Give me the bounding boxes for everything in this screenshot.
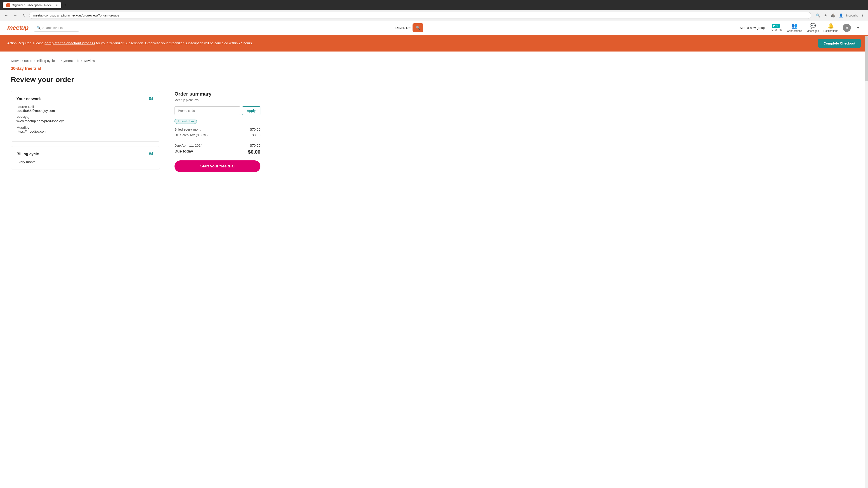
search-placeholder: Search events — [42, 26, 63, 30]
main-content: Network setup › Billing cycle › Payment … — [0, 52, 271, 181]
billing-section-header: Billing cycle Edit — [17, 152, 154, 156]
scroll-thumb[interactable] — [865, 36, 868, 81]
network-group-url: www.meetup.com/pro/Moodjoy/ — [17, 119, 154, 123]
plan-label: Meetup plan: Pro — [175, 98, 260, 102]
billing-section-title: Billing cycle — [17, 152, 39, 156]
pro-badge: PRO — [772, 24, 780, 28]
pro-label: Try for free — [769, 28, 782, 31]
connections-label: Connections — [787, 29, 802, 33]
apply-button[interactable]: Apply — [242, 106, 260, 115]
nav-icons: 🔍 ★ 🪨 👤 Incognito ⋮ — [815, 12, 865, 19]
free-badge: 1 month free — [175, 119, 197, 124]
network-section-header: Your network Edit — [17, 97, 154, 101]
order-summary: Order summary Meetup plan: Pro Apply 1 m… — [175, 91, 260, 172]
breadcrumb-sep-2: › — [57, 59, 58, 62]
promo-code-input[interactable] — [175, 106, 240, 115]
network-info-site: Moodjoy https://moodjoy.com — [17, 126, 154, 133]
search-bar[interactable]: 🔍 Search events — [34, 24, 79, 32]
network-name: Lauren Deli — [17, 105, 154, 109]
promo-row: Apply — [175, 106, 260, 115]
site-logo[interactable]: meetup — [7, 24, 29, 31]
due-date-row: Due April 11, 2024 $70.00 — [175, 143, 260, 147]
network-email: dde4be88@moodjoy.com — [17, 109, 154, 112]
left-column: Your network Edit Lauren Deli dde4be88@m… — [11, 91, 160, 174]
browser-tabs: Organizer Subscription - Revie... × + — [3, 2, 68, 8]
bookmark-button[interactable]: ★ — [823, 12, 828, 19]
messages-label: Messages — [807, 29, 819, 33]
messages-button[interactable]: 💬 Messages — [807, 23, 819, 33]
location-search-button[interactable]: 🔍 — [412, 23, 423, 32]
url-bar[interactable]: meetup.com/subscription/checkout/pro/rev… — [29, 12, 811, 19]
notifications-label: Notifications — [824, 29, 838, 33]
banner-text: Action Required: Please complete the che… — [7, 41, 253, 46]
connections-icon: 👥 — [792, 23, 798, 29]
site-header: meetup 🔍 Search events Dover, DE 🔍 Start… — [0, 21, 868, 35]
action-banner: Action Required: Please complete the che… — [0, 35, 868, 52]
refresh-button[interactable]: ↻ — [21, 12, 27, 19]
breadcrumb-sep-3: › — [81, 59, 82, 62]
network-info-name: Lauren Deli dde4be88@moodjoy.com — [17, 105, 154, 112]
banner-text-before: Action Required: Please — [7, 41, 44, 45]
network-site-name: Moodjoy — [17, 126, 154, 129]
trial-badge: 30-day free trial — [11, 66, 260, 71]
browser-nav: ← → ↻ meetup.com/subscription/checkout/p… — [0, 10, 868, 21]
page-title: Review your order — [11, 75, 260, 84]
breadcrumb-billing-cycle[interactable]: Billing cycle — [37, 59, 55, 63]
summary-title: Order summary — [175, 91, 260, 97]
back-button[interactable]: ← — [3, 12, 10, 18]
breadcrumb-sep-1: › — [34, 59, 35, 62]
tab-close-button[interactable]: × — [56, 4, 58, 7]
due-today-amount: $0.00 — [248, 149, 260, 155]
header-actions: Start a new group PRO Try for free 👥 Con… — [740, 23, 861, 33]
search-icon: 🔍 — [37, 26, 41, 30]
billing-edit-link[interactable]: Edit — [149, 152, 154, 156]
url-text: meetup.com/subscription/checkout/pro/rev… — [33, 13, 807, 17]
menu-button[interactable]: ⋮ — [860, 12, 865, 19]
avatar[interactable]: M — [843, 24, 851, 32]
due-today-row: Due today $0.00 — [175, 149, 260, 155]
pro-try-free[interactable]: PRO Try for free — [769, 24, 782, 31]
network-section: Your network Edit Lauren Deli dde4be88@m… — [11, 91, 160, 142]
new-group-link[interactable]: Start a new group — [740, 26, 765, 30]
active-tab[interactable]: Organizer Subscription - Revie... × — [3, 2, 61, 8]
tax-row: DE Sales Tax (0.00%) $0.00 — [175, 133, 260, 137]
due-today-label: Due today — [175, 149, 193, 155]
scrollbar[interactable] — [865, 36, 868, 181]
network-group-name: Moodjoy — [17, 115, 154, 119]
tab-favicon — [6, 3, 10, 7]
messages-icon: 💬 — [810, 23, 816, 29]
avatar-initials: M — [845, 26, 848, 30]
billed-monthly-label: Billed every month — [175, 127, 202, 131]
complete-checkout-button[interactable]: Complete Checkout — [818, 39, 861, 48]
bell-icon: 🔔 — [828, 23, 834, 29]
network-site-url: https://moodjoy.com — [17, 129, 154, 133]
account-dropdown-button[interactable]: ▼ — [855, 25, 861, 31]
forward-button[interactable]: → — [12, 12, 19, 18]
breadcrumb: Network setup › Billing cycle › Payment … — [11, 59, 260, 63]
tab-title: Organizer Subscription - Revie... — [12, 3, 54, 7]
tax-amount: $0.00 — [252, 133, 260, 137]
billing-cycle-value: Every month — [17, 160, 154, 164]
network-edit-link[interactable]: Edit — [149, 97, 154, 100]
location-display: Dover, DE 🔍 — [85, 23, 735, 32]
new-tab-button[interactable]: + — [62, 2, 68, 8]
banner-text-after: for your Organizer Subscription. Otherwi… — [95, 41, 253, 45]
connections-button[interactable]: 👥 Connections — [787, 23, 802, 33]
summary-divider — [175, 140, 260, 140]
checkout-link[interactable]: complete the checkout process — [44, 41, 95, 45]
network-section-title: Your network — [17, 97, 41, 101]
due-date-label: Due April 11, 2024 — [175, 143, 202, 147]
right-column: Order summary Meetup plan: Pro Apply 1 m… — [175, 91, 260, 174]
notifications-button[interactable]: 🔔 Notifications — [824, 23, 838, 33]
billed-monthly-amount: $70.00 — [250, 127, 260, 131]
breadcrumb-payment-info[interactable]: Payment info — [59, 59, 79, 63]
start-trial-button[interactable]: Start your free trial — [175, 160, 260, 172]
browser-chrome: Organizer Subscription - Revie... × + — [0, 0, 868, 10]
extensions-button[interactable]: 🪨 — [830, 12, 836, 19]
search-icon-btn[interactable]: 🔍 — [815, 12, 821, 19]
profile-button[interactable]: 👤 — [838, 12, 844, 19]
breadcrumb-review: Review — [84, 59, 95, 63]
billing-section: Billing cycle Edit Every month — [11, 146, 160, 169]
billed-monthly-row: Billed every month $70.00 — [175, 127, 260, 131]
breadcrumb-network-setup[interactable]: Network setup — [11, 59, 33, 63]
